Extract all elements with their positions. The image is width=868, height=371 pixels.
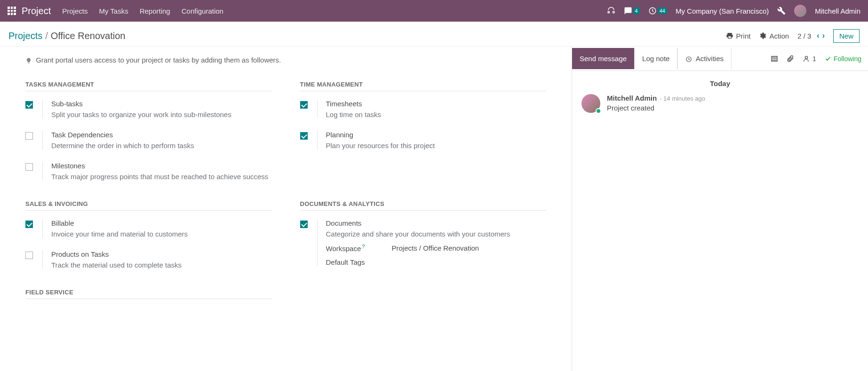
attachment-icon[interactable]: [787, 55, 794, 63]
nav-menu-reporting[interactable]: Reporting: [140, 7, 170, 15]
top-nav: Project Projects My Tasks Reporting Conf…: [0, 0, 868, 22]
breadcrumb: Projects / Office Renovation: [8, 31, 125, 41]
user-avatar[interactable]: [794, 5, 806, 17]
checkbox-planning[interactable]: [300, 132, 308, 140]
label-planning: Planning: [326, 131, 547, 139]
messages-badge: 4: [633, 8, 640, 14]
checkbox-milestones[interactable]: [25, 163, 33, 171]
label-documents: Documents: [326, 219, 547, 227]
apps-icon[interactable]: [8, 7, 16, 15]
control-panel: Projects / Office Renovation Print Actio…: [0, 22, 868, 46]
checkbox-billable[interactable]: [25, 221, 33, 228]
pager-next-icon[interactable]: ›: [822, 32, 825, 40]
message-author[interactable]: Mitchell Admin: [607, 94, 657, 102]
message-day-header: Today: [581, 79, 859, 87]
activities-badge: 44: [658, 8, 667, 14]
desc-documents: Categorize and share your documents with…: [326, 230, 547, 238]
label-timesheets: Timesheets: [326, 100, 547, 108]
label-billable: Billable: [51, 219, 272, 227]
company-switcher[interactable]: My Company (San Francisco): [676, 7, 769, 15]
messages-icon[interactable]: 4: [624, 7, 640, 15]
message-avatar[interactable]: [581, 94, 600, 113]
section-documents-analytics: DOCUMENTS & ANALYTICS: [300, 193, 547, 211]
checkbox-task-dependencies[interactable]: [25, 132, 33, 140]
label-subtasks: Sub-tasks: [51, 100, 272, 108]
section-tasks-management: TASKS MANAGEMENT: [25, 73, 272, 91]
log-note-button[interactable]: Log note: [635, 48, 677, 69]
presence-indicator-icon: [596, 108, 601, 114]
new-button[interactable]: New: [833, 29, 860, 43]
breadcrumb-current: Office Renovation: [51, 31, 126, 41]
nav-menu-configuration[interactable]: Configuration: [182, 7, 223, 15]
section-time-management: TIME MANAGEMENT: [300, 73, 547, 91]
section-sales-invoicing: SALES & INVOICING: [25, 193, 272, 211]
desc-milestones: Track major progress points that must be…: [51, 173, 272, 181]
voip-icon[interactable]: [607, 7, 615, 15]
pager: 2 / 3 ‹ ›: [797, 32, 825, 40]
form-view: Grant portal users access to your projec…: [0, 47, 572, 371]
message-time: - 14 minutes ago: [660, 95, 705, 102]
desc-timesheets: Log time on tasks: [326, 111, 547, 118]
pager-prev-icon[interactable]: ‹: [817, 32, 819, 40]
desc-task-dependencies: Determine the order in which to perform …: [51, 142, 272, 150]
checkbox-subtasks[interactable]: [25, 101, 33, 109]
send-message-button[interactable]: Send message: [572, 48, 635, 69]
section-field-service: FIELD SERVICE: [25, 281, 272, 299]
breadcrumb-parent[interactable]: Projects: [8, 31, 42, 41]
desc-products-on-tasks: Track the material used to complete task…: [51, 261, 272, 269]
user-menu[interactable]: Mitchell Admin: [815, 7, 860, 15]
print-button[interactable]: Print: [726, 32, 751, 40]
svg-point-2: [805, 56, 807, 58]
followers-button[interactable]: 1: [803, 55, 816, 63]
activities-icon[interactable]: 44: [648, 7, 667, 15]
desc-planning: Plan your resources for this project: [326, 142, 547, 150]
debug-icon[interactable]: [777, 7, 786, 15]
label-workspace: Workspace?: [326, 244, 378, 253]
chatter-topbar: Send message Log note Activities 1: [572, 47, 868, 71]
nav-menu-mytasks[interactable]: My Tasks: [99, 7, 128, 15]
chatter: Send message Log note Activities 1: [572, 47, 868, 371]
label-products-on-tasks: Products on Tasks: [51, 250, 272, 258]
portal-hint: Grant portal users access to your projec…: [11, 52, 560, 73]
help-icon[interactable]: ?: [362, 244, 365, 249]
label-default-tags: Default Tags: [326, 258, 378, 266]
action-button[interactable]: Action: [759, 32, 789, 40]
app-title[interactable]: Project: [22, 6, 51, 16]
label-task-dependencies: Task Dependencies: [51, 131, 272, 139]
value-workspace[interactable]: Projects / Office Renovation: [392, 244, 479, 252]
label-milestones: Milestones: [51, 162, 272, 170]
nav-menu-projects[interactable]: Projects: [62, 7, 88, 15]
message-body: Project created: [607, 104, 705, 112]
breadcrumb-sep: /: [45, 31, 48, 41]
checkbox-products-on-tasks[interactable]: [25, 252, 33, 259]
checkbox-documents[interactable]: [300, 221, 308, 228]
desc-billable: Invoice your time and material to custom…: [51, 230, 272, 238]
nav-menu: Projects My Tasks Reporting Configuratio…: [62, 7, 223, 15]
desc-subtasks: Split your tasks to organize your work i…: [51, 111, 272, 118]
pager-counter[interactable]: 2 / 3: [797, 32, 811, 40]
activities-button[interactable]: Activities: [677, 48, 732, 69]
knowledge-icon[interactable]: [771, 55, 778, 63]
checkbox-timesheets[interactable]: [300, 101, 308, 109]
following-button[interactable]: Following: [825, 55, 861, 63]
message: Mitchell Admin - 14 minutes ago Project …: [581, 94, 859, 113]
